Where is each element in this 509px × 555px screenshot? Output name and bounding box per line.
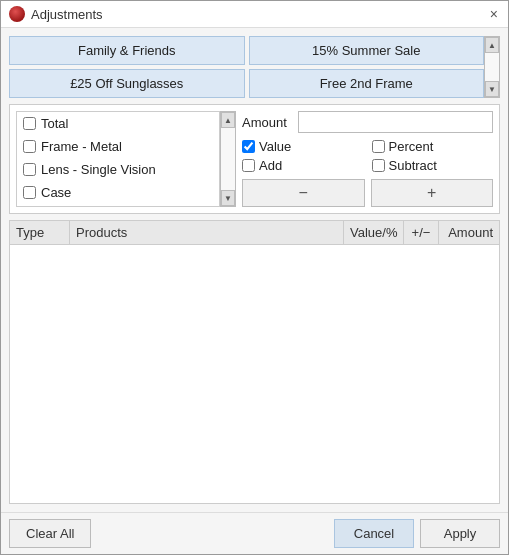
option-value: Value [242,139,364,154]
preset-buttons-section: Family & Friends 15% Summer Sale £25 Off… [9,36,500,98]
window-title: Adjustments [31,7,482,22]
items-scroll-track [221,128,235,190]
right-section: Amount Value Percent Add [242,111,493,207]
col-header-amount: Amount [439,221,499,244]
add-label: Add [259,158,282,173]
bottom-buttons: Clear All Cancel Apply [1,512,508,554]
plus-button[interactable]: + [371,179,494,207]
col-header-value: Value/% [344,221,404,244]
options-grid: Value Percent Add Subtract [242,139,493,173]
list-item-lens-label: Lens - Single Vision [41,162,156,177]
list-item-total-label: Total [41,116,68,131]
checkbox-frame-metal[interactable] [23,140,36,153]
checkbox-subtract[interactable] [372,159,385,172]
preset-scrollbar[interactable]: ▲ ▼ [484,36,500,98]
clear-all-button[interactable]: Clear All [9,519,91,548]
option-percent: Percent [372,139,494,154]
items-list-container: Total Frame - Metal Lens - Single Vision… [16,111,236,207]
scroll-track [485,53,499,81]
list-item-frame-metal-label: Frame - Metal [41,139,122,154]
checkbox-add[interactable] [242,159,255,172]
items-scrollbar[interactable]: ▲ ▼ [220,111,236,207]
col-header-products: Products [70,221,344,244]
title-bar: Adjustments × [1,1,508,28]
table-section: Type Products Value/% +/− Amount [9,220,500,504]
list-item-frame-metal[interactable]: Frame - Metal [17,135,219,158]
checkbox-percent[interactable] [372,140,385,153]
option-add: Add [242,158,364,173]
items-scroll-down[interactable]: ▼ [221,190,235,206]
amount-label: Amount [242,115,292,130]
preset-button-0[interactable]: Family & Friends [9,36,245,65]
table-body [10,245,499,503]
checkbox-case[interactable] [23,186,36,199]
main-content: Family & Friends 15% Summer Sale £25 Off… [1,28,508,512]
middle-section: Total Frame - Metal Lens - Single Vision… [9,104,500,214]
amount-row: Amount [242,111,493,133]
items-list: Total Frame - Metal Lens - Single Vision… [16,111,220,207]
preset-button-1[interactable]: 15% Summer Sale [249,36,485,65]
percent-label: Percent [389,139,434,154]
list-item-total[interactable]: Total [17,112,219,135]
scroll-down-arrow[interactable]: ▼ [485,81,499,97]
adjustments-window: Adjustments × Family & Friends 15% Summe… [0,0,509,555]
list-item-lens[interactable]: Lens - Single Vision [17,158,219,181]
items-scroll-up[interactable]: ▲ [221,112,235,128]
preset-grid: Family & Friends 15% Summer Sale £25 Off… [9,36,484,98]
calc-buttons: − + [242,179,493,207]
list-item-case-label: Case [41,185,71,200]
scroll-up-arrow[interactable]: ▲ [485,37,499,53]
option-subtract: Subtract [372,158,494,173]
amount-input[interactable] [298,111,493,133]
list-item-case[interactable]: Case [17,181,219,204]
checkbox-value[interactable] [242,140,255,153]
cancel-button[interactable]: Cancel [334,519,414,548]
preset-button-3[interactable]: Free 2nd Frame [249,69,485,98]
minus-button[interactable]: − [242,179,365,207]
apply-button[interactable]: Apply [420,519,500,548]
subtract-label: Subtract [389,158,437,173]
close-button[interactable]: × [488,7,500,21]
spacer [97,519,328,548]
value-label: Value [259,139,291,154]
col-header-type: Type [10,221,70,244]
checkbox-total[interactable] [23,117,36,130]
table-header: Type Products Value/% +/− Amount [10,221,499,245]
preset-button-2[interactable]: £25 Off Sunglasses [9,69,245,98]
checkbox-lens[interactable] [23,163,36,176]
app-icon [9,6,25,22]
col-header-plusminus: +/− [404,221,439,244]
